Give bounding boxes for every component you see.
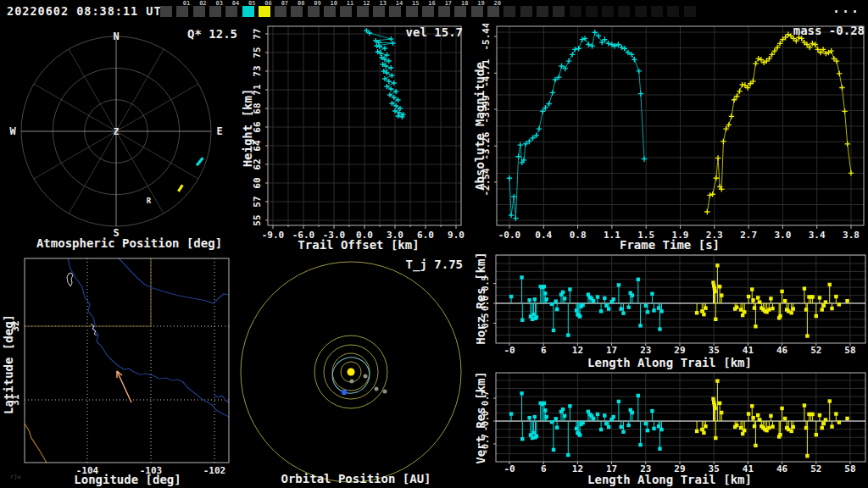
svg-text:12: 12 — [572, 345, 583, 356]
camera-box-11[interactable]: 11 — [338, 0, 355, 24]
polar-caption: Atmospheric Position [deg] — [8, 236, 250, 250]
svg-text:-5.44: -5.44 — [481, 24, 492, 51]
horz-res-xlabel: Length Along Trail [km] — [471, 356, 868, 369]
camera-box-fill — [504, 6, 515, 17]
svg-text:77: 77 — [252, 28, 263, 39]
vert-res-ylabel: Vert Res [km] — [474, 363, 487, 473]
camera-box-number: 04 — [227, 1, 239, 7]
camera-box-fill — [242, 6, 254, 17]
camera-box-fill — [357, 6, 369, 17]
velocity-annotation: vel 15.7 — [364, 25, 463, 39]
camera-box-07[interactable]: 07 — [273, 0, 290, 24]
map-xlabel: Longitude [deg] — [7, 473, 248, 486]
camera-box-number: 17 — [440, 1, 452, 7]
mass-annotation: mass -0.28 — [743, 24, 865, 37]
camera-box-number: 06 — [260, 1, 272, 7]
svg-text:41: 41 — [743, 345, 754, 356]
camera-box-number: 09 — [309, 1, 321, 7]
camera-box-08[interactable]: 08 — [289, 0, 306, 24]
camera-box — [616, 0, 633, 24]
svg-text:-0: -0 — [504, 345, 515, 356]
map-ylabel: Latitude [deg] — [2, 305, 15, 424]
camera-box-fill — [537, 6, 548, 17]
camera-box-number: 15 — [408, 1, 420, 7]
clock: 20220602 08:38:11 UTC — [7, 4, 170, 18]
camera-box[interactable] — [535, 0, 552, 24]
camera-box-fill — [193, 6, 205, 17]
svg-text:46: 46 — [776, 345, 788, 356]
camera-box-02[interactable]: 02 — [192, 0, 209, 24]
camera-box-fill — [389, 6, 401, 17]
camera-box-fill — [487, 6, 499, 17]
svg-text:29: 29 — [674, 345, 685, 356]
camera-box-05[interactable]: 05 — [241, 0, 258, 24]
svg-text:6: 6 — [541, 345, 547, 356]
camera-box-number: 10 — [326, 1, 337, 7]
height-plot-ylabel: Height [km] — [241, 77, 254, 179]
q-value-annotation: Q* 12.5 — [165, 27, 237, 41]
camera-box-fill — [471, 6, 483, 17]
camera-box-fill — [373, 6, 385, 17]
orbital-position-plot — [237, 250, 475, 488]
svg-text:R: R — [147, 197, 152, 205]
magnitude-frame-time-plot: -0.00.40.81.11.51.92.32.73.03.43.8-5.44-… — [471, 24, 868, 254]
camera-box-18[interactable]: 18 — [453, 0, 470, 24]
camera-box-09[interactable]: 09 — [306, 0, 323, 24]
svg-text:75: 75 — [252, 47, 263, 58]
camera-box-13[interactable]: 13 — [371, 0, 388, 24]
camera-box-number: 12 — [359, 1, 370, 7]
horizontal-residuals-plot: -061217232935414652580.50.0-0.5 — [471, 250, 868, 357]
camera-box-01[interactable]: 01 — [175, 0, 192, 24]
camera-box-fill — [635, 6, 647, 17]
camera-box-03[interactable]: 03 — [208, 0, 225, 24]
svg-text:35: 35 — [709, 345, 720, 356]
svg-text:57: 57 — [252, 196, 263, 207]
camera-box[interactable] — [502, 0, 519, 24]
camera-box — [600, 0, 617, 24]
camera-box-fill — [618, 6, 630, 17]
svg-text:52: 52 — [810, 345, 821, 356]
camera-box-fill — [160, 6, 172, 17]
camera-box[interactable] — [519, 0, 536, 24]
svg-text:N: N — [113, 30, 119, 42]
camera-box-fill — [570, 6, 581, 17]
camera-box — [568, 0, 585, 24]
orbital-caption: Orbital Position [AU] — [237, 472, 475, 485]
svg-text:55: 55 — [252, 214, 263, 225]
camera-box-fill — [438, 6, 450, 17]
watermark: rjw — [10, 474, 21, 480]
camera-box-fill — [259, 6, 270, 17]
camera-box-fill — [275, 6, 287, 17]
camera-box-fill — [520, 6, 532, 17]
camera-box-number: 20 — [489, 1, 501, 7]
camera-box-20[interactable]: 20 — [486, 0, 503, 24]
camera-box-number: 13 — [375, 1, 387, 7]
overflow-menu[interactable]: ... — [832, 1, 860, 16]
svg-text:58: 58 — [844, 345, 855, 356]
camera-box-19[interactable]: 19 — [470, 0, 487, 24]
camera-box-fill — [324, 6, 336, 17]
horz-res-ylabel: Horz Res [km] — [474, 243, 487, 353]
camera-box-number: 11 — [342, 1, 353, 7]
camera-box-14[interactable]: 14 — [387, 0, 404, 24]
camera-box-fill — [225, 6, 237, 17]
camera-box — [682, 0, 699, 24]
camera-box-fill — [602, 6, 614, 17]
camera-box-06[interactable]: 06 — [257, 0, 274, 24]
camera-box-fill — [406, 6, 418, 17]
height-trail-offset-plot: -9.0-6.0-3.00.03.06.09.07775737168666462… — [240, 24, 477, 254]
camera-box-10[interactable]: 10 — [322, 0, 339, 24]
camera-box-fill — [651, 6, 663, 17]
camera-box-15[interactable]: 15 — [404, 0, 421, 24]
camera-box-12[interactable]: 12 — [355, 0, 372, 24]
camera-box[interactable] — [159, 0, 175, 24]
camera-box-04[interactable]: 04 — [224, 0, 241, 24]
camera-box-17[interactable]: 17 — [437, 0, 453, 24]
camera-box — [649, 0, 666, 24]
camera-box[interactable] — [551, 0, 568, 24]
svg-text:E: E — [216, 125, 222, 137]
magnitude-plot-ylabel: Absolute Magnitude — [473, 50, 487, 202]
meteor-analysis-screen: 20220602 08:38:11 UTC 010203040506070809… — [0, 0, 868, 488]
camera-box-16[interactable]: 16 — [420, 0, 437, 24]
camera-strip: 0102030405060708091011121314151617181920 — [159, 0, 709, 24]
